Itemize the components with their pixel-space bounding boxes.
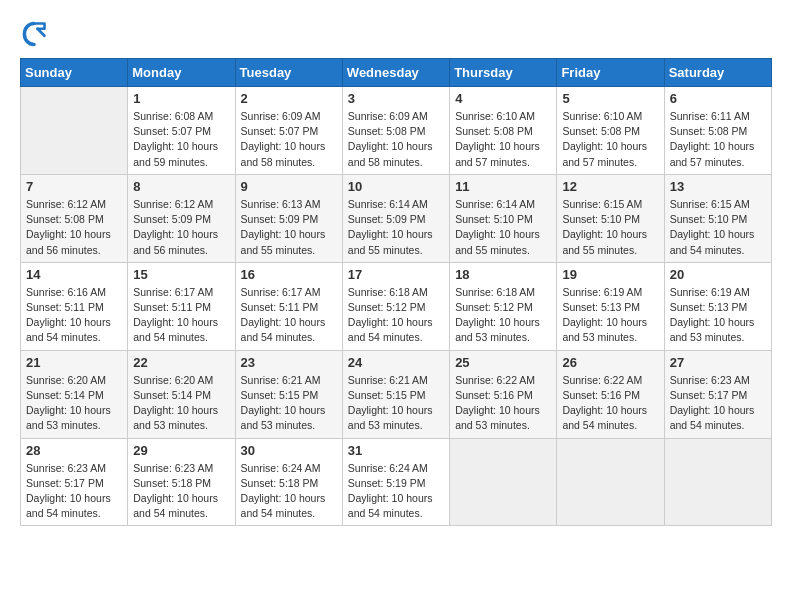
page-header xyxy=(20,20,772,48)
calendar-cell: 16Sunrise: 6:17 AM Sunset: 5:11 PM Dayli… xyxy=(235,262,342,350)
calendar-cell: 2Sunrise: 6:09 AM Sunset: 5:07 PM Daylig… xyxy=(235,87,342,175)
day-number: 26 xyxy=(562,355,658,370)
day-number: 17 xyxy=(348,267,444,282)
col-header-friday: Friday xyxy=(557,59,664,87)
day-number: 4 xyxy=(455,91,551,106)
calendar-cell xyxy=(450,438,557,526)
day-number: 14 xyxy=(26,267,122,282)
day-number: 30 xyxy=(241,443,337,458)
col-header-monday: Monday xyxy=(128,59,235,87)
calendar-cell: 18Sunrise: 6:18 AM Sunset: 5:12 PM Dayli… xyxy=(450,262,557,350)
day-info: Sunrise: 6:09 AM Sunset: 5:07 PM Dayligh… xyxy=(241,109,337,170)
calendar-cell: 20Sunrise: 6:19 AM Sunset: 5:13 PM Dayli… xyxy=(664,262,771,350)
col-header-wednesday: Wednesday xyxy=(342,59,449,87)
day-info: Sunrise: 6:09 AM Sunset: 5:08 PM Dayligh… xyxy=(348,109,444,170)
day-info: Sunrise: 6:24 AM Sunset: 5:18 PM Dayligh… xyxy=(241,461,337,522)
day-info: Sunrise: 6:15 AM Sunset: 5:10 PM Dayligh… xyxy=(670,197,766,258)
day-number: 22 xyxy=(133,355,229,370)
week-row-3: 14Sunrise: 6:16 AM Sunset: 5:11 PM Dayli… xyxy=(21,262,772,350)
col-header-sunday: Sunday xyxy=(21,59,128,87)
calendar-cell xyxy=(664,438,771,526)
day-info: Sunrise: 6:21 AM Sunset: 5:15 PM Dayligh… xyxy=(241,373,337,434)
calendar-table: SundayMondayTuesdayWednesdayThursdayFrid… xyxy=(20,58,772,526)
calendar-cell: 7Sunrise: 6:12 AM Sunset: 5:08 PM Daylig… xyxy=(21,174,128,262)
calendar-cell: 8Sunrise: 6:12 AM Sunset: 5:09 PM Daylig… xyxy=(128,174,235,262)
calendar-cell: 9Sunrise: 6:13 AM Sunset: 5:09 PM Daylig… xyxy=(235,174,342,262)
day-number: 2 xyxy=(241,91,337,106)
day-info: Sunrise: 6:10 AM Sunset: 5:08 PM Dayligh… xyxy=(562,109,658,170)
calendar-cell xyxy=(21,87,128,175)
day-number: 6 xyxy=(670,91,766,106)
day-info: Sunrise: 6:16 AM Sunset: 5:11 PM Dayligh… xyxy=(26,285,122,346)
calendar-cell xyxy=(557,438,664,526)
day-number: 21 xyxy=(26,355,122,370)
calendar-cell: 22Sunrise: 6:20 AM Sunset: 5:14 PM Dayli… xyxy=(128,350,235,438)
col-header-thursday: Thursday xyxy=(450,59,557,87)
calendar-cell: 3Sunrise: 6:09 AM Sunset: 5:08 PM Daylig… xyxy=(342,87,449,175)
week-row-5: 28Sunrise: 6:23 AM Sunset: 5:17 PM Dayli… xyxy=(21,438,772,526)
day-number: 23 xyxy=(241,355,337,370)
day-info: Sunrise: 6:19 AM Sunset: 5:13 PM Dayligh… xyxy=(562,285,658,346)
calendar-cell: 10Sunrise: 6:14 AM Sunset: 5:09 PM Dayli… xyxy=(342,174,449,262)
day-number: 1 xyxy=(133,91,229,106)
week-row-1: 1Sunrise: 6:08 AM Sunset: 5:07 PM Daylig… xyxy=(21,87,772,175)
calendar-cell: 15Sunrise: 6:17 AM Sunset: 5:11 PM Dayli… xyxy=(128,262,235,350)
calendar-cell: 30Sunrise: 6:24 AM Sunset: 5:18 PM Dayli… xyxy=(235,438,342,526)
day-number: 31 xyxy=(348,443,444,458)
day-number: 13 xyxy=(670,179,766,194)
calendar-cell: 5Sunrise: 6:10 AM Sunset: 5:08 PM Daylig… xyxy=(557,87,664,175)
day-number: 20 xyxy=(670,267,766,282)
day-info: Sunrise: 6:20 AM Sunset: 5:14 PM Dayligh… xyxy=(133,373,229,434)
day-number: 28 xyxy=(26,443,122,458)
day-number: 3 xyxy=(348,91,444,106)
col-header-saturday: Saturday xyxy=(664,59,771,87)
calendar-cell: 4Sunrise: 6:10 AM Sunset: 5:08 PM Daylig… xyxy=(450,87,557,175)
day-number: 24 xyxy=(348,355,444,370)
calendar-cell: 21Sunrise: 6:20 AM Sunset: 5:14 PM Dayli… xyxy=(21,350,128,438)
day-info: Sunrise: 6:17 AM Sunset: 5:11 PM Dayligh… xyxy=(241,285,337,346)
calendar-cell: 6Sunrise: 6:11 AM Sunset: 5:08 PM Daylig… xyxy=(664,87,771,175)
week-row-2: 7Sunrise: 6:12 AM Sunset: 5:08 PM Daylig… xyxy=(21,174,772,262)
calendar-cell: 28Sunrise: 6:23 AM Sunset: 5:17 PM Dayli… xyxy=(21,438,128,526)
day-number: 12 xyxy=(562,179,658,194)
day-number: 11 xyxy=(455,179,551,194)
week-row-4: 21Sunrise: 6:20 AM Sunset: 5:14 PM Dayli… xyxy=(21,350,772,438)
day-number: 18 xyxy=(455,267,551,282)
day-info: Sunrise: 6:22 AM Sunset: 5:16 PM Dayligh… xyxy=(562,373,658,434)
calendar-cell: 23Sunrise: 6:21 AM Sunset: 5:15 PM Dayli… xyxy=(235,350,342,438)
calendar-header-row: SundayMondayTuesdayWednesdayThursdayFrid… xyxy=(21,59,772,87)
day-number: 8 xyxy=(133,179,229,194)
calendar-cell: 25Sunrise: 6:22 AM Sunset: 5:16 PM Dayli… xyxy=(450,350,557,438)
logo-icon xyxy=(20,20,48,48)
calendar-cell: 11Sunrise: 6:14 AM Sunset: 5:10 PM Dayli… xyxy=(450,174,557,262)
day-info: Sunrise: 6:11 AM Sunset: 5:08 PM Dayligh… xyxy=(670,109,766,170)
day-info: Sunrise: 6:10 AM Sunset: 5:08 PM Dayligh… xyxy=(455,109,551,170)
calendar-cell: 19Sunrise: 6:19 AM Sunset: 5:13 PM Dayli… xyxy=(557,262,664,350)
day-number: 27 xyxy=(670,355,766,370)
logo xyxy=(20,20,52,48)
day-info: Sunrise: 6:14 AM Sunset: 5:09 PM Dayligh… xyxy=(348,197,444,258)
day-info: Sunrise: 6:22 AM Sunset: 5:16 PM Dayligh… xyxy=(455,373,551,434)
day-info: Sunrise: 6:24 AM Sunset: 5:19 PM Dayligh… xyxy=(348,461,444,522)
calendar-cell: 14Sunrise: 6:16 AM Sunset: 5:11 PM Dayli… xyxy=(21,262,128,350)
day-number: 16 xyxy=(241,267,337,282)
day-info: Sunrise: 6:17 AM Sunset: 5:11 PM Dayligh… xyxy=(133,285,229,346)
day-number: 9 xyxy=(241,179,337,194)
day-number: 29 xyxy=(133,443,229,458)
day-number: 19 xyxy=(562,267,658,282)
calendar-cell: 13Sunrise: 6:15 AM Sunset: 5:10 PM Dayli… xyxy=(664,174,771,262)
calendar-cell: 26Sunrise: 6:22 AM Sunset: 5:16 PM Dayli… xyxy=(557,350,664,438)
day-info: Sunrise: 6:21 AM Sunset: 5:15 PM Dayligh… xyxy=(348,373,444,434)
day-number: 5 xyxy=(562,91,658,106)
calendar-cell: 1Sunrise: 6:08 AM Sunset: 5:07 PM Daylig… xyxy=(128,87,235,175)
day-number: 15 xyxy=(133,267,229,282)
day-info: Sunrise: 6:13 AM Sunset: 5:09 PM Dayligh… xyxy=(241,197,337,258)
day-info: Sunrise: 6:18 AM Sunset: 5:12 PM Dayligh… xyxy=(455,285,551,346)
day-number: 25 xyxy=(455,355,551,370)
day-info: Sunrise: 6:12 AM Sunset: 5:09 PM Dayligh… xyxy=(133,197,229,258)
calendar-cell: 29Sunrise: 6:23 AM Sunset: 5:18 PM Dayli… xyxy=(128,438,235,526)
calendar-cell: 17Sunrise: 6:18 AM Sunset: 5:12 PM Dayli… xyxy=(342,262,449,350)
day-info: Sunrise: 6:15 AM Sunset: 5:10 PM Dayligh… xyxy=(562,197,658,258)
day-number: 10 xyxy=(348,179,444,194)
calendar-cell: 24Sunrise: 6:21 AM Sunset: 5:15 PM Dayli… xyxy=(342,350,449,438)
